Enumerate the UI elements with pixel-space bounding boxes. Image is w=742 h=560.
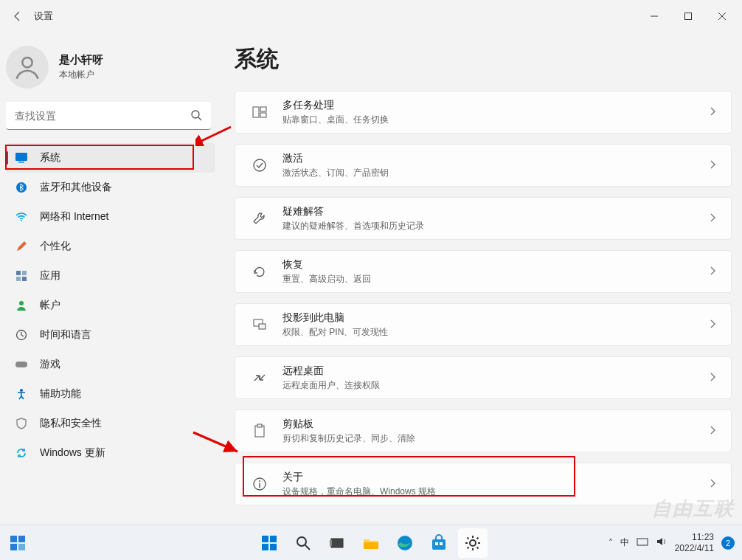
gamepad-icon xyxy=(13,356,30,373)
sidebar-item-label: 系统 xyxy=(40,151,60,165)
card-multitask[interactable]: 多任务处理贴靠窗口、桌面、任务切换 xyxy=(235,91,732,134)
svg-rect-46 xyxy=(440,542,443,545)
tray-date: 2022/4/11 xyxy=(675,543,714,553)
taskbar-widgets[interactable] xyxy=(3,528,32,558)
sidebar-item-apps[interactable]: 应用 xyxy=(6,261,215,291)
card-title: 关于 xyxy=(282,471,436,484)
nav-list: 系统 蓝牙和其他设备 网络和 Internet 个性化 xyxy=(6,143,215,468)
card-subtitle: 激活状态、订阅、产品密钥 xyxy=(282,167,389,179)
tray-volume-icon[interactable] xyxy=(656,536,668,549)
close-button[interactable] xyxy=(705,4,739,28)
sidebar-item-label: 网络和 Internet xyxy=(40,210,108,224)
svg-point-16 xyxy=(20,389,23,392)
card-about[interactable]: 关于设备规格，重命名电脑、Windows 规格 xyxy=(235,463,732,505)
tray-network-icon[interactable] xyxy=(637,536,648,549)
tray-notification-badge[interactable]: 2 xyxy=(721,536,735,550)
card-troubleshoot[interactable]: 疑难解答建议的疑难解答、首选项和历史记录 xyxy=(235,197,732,240)
svg-point-3 xyxy=(192,111,199,118)
tray-time: 11:23 xyxy=(675,532,714,542)
svg-rect-22 xyxy=(259,324,266,329)
taskbar-taskview[interactable] xyxy=(322,528,352,558)
search-input[interactable] xyxy=(6,102,211,130)
sidebar-item-gaming[interactable]: 游戏 xyxy=(6,350,215,379)
svg-rect-12 xyxy=(22,277,27,281)
card-subtitle: 远程桌面用户、连接权限 xyxy=(282,379,380,392)
search-icon[interactable] xyxy=(190,109,202,124)
page-heading: 系统 xyxy=(235,44,732,75)
svg-rect-24 xyxy=(257,424,262,427)
taskbar-edge[interactable] xyxy=(390,528,420,558)
card-project[interactable]: 投影到此电脑权限、配对 PIN、可发现性 xyxy=(235,303,732,346)
card-activation[interactable]: 激活激活状态、订阅、产品密钥 xyxy=(235,144,732,187)
tray-ime[interactable]: 中 xyxy=(620,536,629,549)
svg-rect-42 xyxy=(364,542,378,549)
card-title: 多任务处理 xyxy=(282,99,389,112)
svg-rect-11 xyxy=(16,277,21,281)
svg-line-4 xyxy=(198,117,201,120)
chevron-right-icon xyxy=(709,159,718,172)
back-button[interactable] xyxy=(3,10,32,22)
card-title: 剪贴板 xyxy=(282,418,415,431)
sidebar: 是小轩呀 本地帐户 系统 蓝牙和其他设备 xyxy=(0,32,221,525)
svg-rect-18 xyxy=(260,107,266,111)
sidebar-item-accounts[interactable]: 帐户 xyxy=(6,291,215,320)
sidebar-item-label: 个性化 xyxy=(40,240,71,253)
display-icon xyxy=(13,150,30,166)
update-icon xyxy=(13,445,30,461)
chevron-right-icon xyxy=(709,212,718,225)
multitask-icon xyxy=(249,101,271,123)
wifi-icon xyxy=(13,209,30,225)
sidebar-item-label: 蓝牙和其他设备 xyxy=(40,181,112,194)
shield-icon xyxy=(13,415,30,432)
clipboard-icon xyxy=(249,420,271,442)
annotation-arrow-1 xyxy=(195,124,232,146)
taskbar-search[interactable] xyxy=(288,528,318,558)
sidebar-item-bluetooth[interactable]: 蓝牙和其他设备 xyxy=(6,173,215,202)
svg-rect-6 xyxy=(18,162,24,163)
taskbar-store[interactable] xyxy=(424,528,454,558)
apps-icon xyxy=(13,268,30,284)
sidebar-item-personalization[interactable]: 个性化 xyxy=(6,232,215,261)
tray-clock[interactable]: 11:23 2022/4/11 xyxy=(675,532,714,553)
sidebar-item-privacy[interactable]: 隐私和安全性 xyxy=(6,409,215,438)
sidebar-item-label: 游戏 xyxy=(40,358,60,371)
titlebar: 设置 xyxy=(0,0,742,32)
sidebar-item-update[interactable]: Windows 更新 xyxy=(6,438,215,468)
card-title: 投影到此电脑 xyxy=(282,311,388,325)
card-subtitle: 建议的疑难解答、首选项和历史记录 xyxy=(282,220,424,232)
system-tray[interactable]: ˄ 中 11:23 2022/4/11 2 xyxy=(608,532,742,553)
taskbar-start[interactable] xyxy=(254,528,284,558)
svg-rect-31 xyxy=(18,536,25,542)
card-title: 激活 xyxy=(282,152,389,165)
card-subtitle: 权限、配对 PIN、可发现性 xyxy=(282,326,388,339)
taskbar-explorer[interactable] xyxy=(356,528,386,558)
svg-rect-15 xyxy=(15,362,27,367)
sidebar-item-time-language[interactable]: 时间和语言 xyxy=(6,320,215,350)
tray-chevron-icon[interactable]: ˄ xyxy=(608,538,613,548)
card-subtitle: 设备规格，重命名电脑、Windows 规格 xyxy=(282,485,436,498)
search-box[interactable] xyxy=(6,102,211,130)
svg-rect-48 xyxy=(637,539,648,545)
clock-lang-icon xyxy=(13,327,30,343)
user-block[interactable]: 是小轩呀 本地帐户 xyxy=(6,40,215,102)
svg-rect-41 xyxy=(330,540,332,546)
sidebar-item-system[interactable]: 系统 xyxy=(6,143,215,173)
sidebar-item-network[interactable]: 网络和 Internet xyxy=(6,202,215,232)
maximize-button[interactable] xyxy=(671,4,705,28)
card-title: 远程桌面 xyxy=(282,364,380,378)
project-icon xyxy=(249,314,271,336)
card-clipboard[interactable]: 剪贴板剪切和复制历史记录、同步、清除 xyxy=(235,409,732,452)
person-icon xyxy=(13,297,30,314)
user-account-type: 本地帐户 xyxy=(59,69,103,81)
minimize-button[interactable] xyxy=(637,4,671,28)
svg-rect-32 xyxy=(10,544,17,550)
card-remote[interactable]: 远程桌面远程桌面用户、连接权限 xyxy=(235,356,732,399)
svg-rect-44 xyxy=(432,539,445,550)
bluetooth-icon xyxy=(13,179,30,196)
check-circle-icon xyxy=(249,154,271,176)
svg-point-38 xyxy=(297,537,306,546)
card-recovery[interactable]: 恢复重置、高级启动、返回 xyxy=(235,250,732,293)
sidebar-item-accessibility[interactable]: 辅助功能 xyxy=(6,379,215,409)
taskbar-settings[interactable] xyxy=(458,528,488,558)
remote-icon xyxy=(249,367,271,389)
